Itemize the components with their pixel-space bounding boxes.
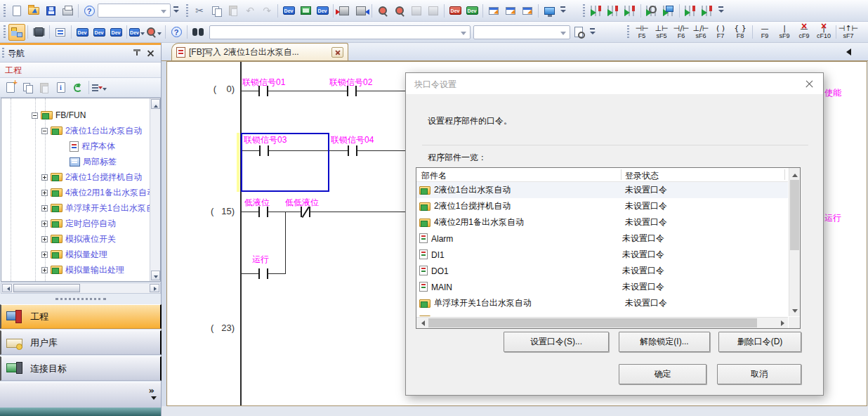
refresh-tree-button[interactable] (70, 79, 86, 96)
tab-scroll-left-button[interactable] (843, 48, 851, 56)
ladder-delete-horizontal-line-button[interactable]: ×—cF9 (794, 22, 814, 41)
save-project-button[interactable] (42, 2, 59, 19)
collapse-icon[interactable] (41, 128, 48, 134)
read-from-plc-button[interactable] (353, 2, 369, 19)
project-data-combobox[interactable] (98, 4, 171, 18)
tree-item-fb-4[interactable]: 定时启停自动 (41, 216, 116, 230)
column-divider[interactable] (621, 169, 622, 180)
copy-data-button[interactable] (19, 79, 36, 96)
set-password-button[interactable]: 设置口令(S)... (504, 332, 609, 352)
tree-item-fb-2[interactable]: 4液位2用1备出水泵自动 (41, 186, 150, 200)
scrollbar-thumb[interactable] (790, 180, 799, 250)
window-tile-button[interactable] (502, 2, 519, 19)
scroll-right-arrow[interactable] (150, 284, 159, 292)
component-row[interactable]: Alarm 未设置口令 (416, 230, 788, 247)
open-contact[interactable] (348, 145, 357, 156)
toolbar-grip[interactable] (583, 4, 585, 18)
component-row[interactable]: DO1 未设置口令 (416, 263, 788, 279)
scroll-down-arrow[interactable] (151, 271, 160, 280)
toolbar-grip[interactable] (4, 25, 6, 39)
tab-close-button[interactable] (331, 47, 343, 58)
component-row[interactable]: 4液位2用1备出水泵自动 未设置口令 (416, 214, 788, 230)
ladder-horizontal-line-button[interactable]: —F9 (755, 22, 775, 41)
open-contact[interactable] (258, 268, 268, 279)
expand-icon[interactable] (41, 205, 48, 212)
tree-item-fb-5[interactable]: 模拟液位开关 (41, 232, 116, 246)
scroll-up-arrow[interactable] (789, 168, 800, 179)
nav-button-project[interactable]: 工程 (0, 304, 162, 329)
new-data-button[interactable] (2, 79, 19, 96)
verify-with-plc-button[interactable] (374, 2, 391, 19)
cancel-button[interactable]: 取消 (717, 364, 801, 384)
scroll-right-arrow[interactable] (777, 318, 788, 328)
find-target-combobox[interactable] (473, 25, 570, 39)
close-panel-button[interactable] (145, 48, 157, 59)
toolbar-overflow-button[interactable] (717, 4, 725, 18)
write-to-plc-button[interactable] (336, 2, 353, 19)
open-contact[interactable] (347, 86, 357, 96)
ladder-vertical-line-button[interactable]: |sF9 (775, 22, 794, 41)
watch-window-button[interactable] (660, 2, 677, 19)
ladder-closed-contact-button[interactable]: ⊣/⊢F6 (671, 22, 691, 41)
expand-icon[interactable] (41, 236, 48, 242)
list-header[interactable]: 部件名 登录状态 (416, 168, 788, 182)
closed-contact[interactable] (301, 207, 310, 217)
diagnostics-button[interactable] (408, 2, 425, 19)
system-monitor-button[interactable] (425, 2, 442, 19)
tree-item-fb-7[interactable]: 模拟量输出处理 (41, 263, 124, 277)
open-project-button[interactable] (25, 2, 42, 19)
more-buttons-chev[interactable] (149, 386, 154, 395)
device-comment-green-button[interactable] (463, 2, 480, 19)
device-comment-display-button[interactable] (74, 24, 91, 41)
device-tree-button[interactable] (107, 24, 124, 41)
ok-button[interactable]: 确定 (619, 364, 706, 384)
toolbar-grip[interactable] (4, 4, 6, 18)
ladder-parallel-open-contact-button[interactable]: ⊥⊢sF5 (652, 22, 671, 41)
device-memory-button[interactable] (314, 2, 331, 19)
navigation-window-toggle-button[interactable] (8, 24, 25, 41)
tree-item-fb-fun[interactable]: FB/FUN (32, 108, 86, 122)
monitor-stop-condition-button[interactable] (699, 2, 716, 19)
toolbar-grip[interactable] (186, 4, 188, 18)
window-arrange-button[interactable] (519, 2, 536, 19)
pin-panel-button[interactable] (131, 48, 143, 59)
find-combobox[interactable] (209, 25, 471, 39)
ladder-parallel-closed-contact-button[interactable]: ⊥/⊢sF6 (691, 22, 711, 41)
collapse-icon[interactable] (32, 112, 38, 119)
expand-icon[interactable] (41, 174, 48, 181)
paste-button[interactable] (225, 2, 242, 19)
toolbar-grip[interactable] (627, 25, 629, 39)
find-in-page-button[interactable] (570, 24, 587, 41)
panel-splitter[interactable] (0, 294, 161, 304)
component-row-partial[interactable] (416, 311, 788, 316)
unlock-button[interactable]: 解除锁定(I)... (619, 332, 710, 352)
data-property-button[interactable] (53, 79, 70, 96)
device-comment-red-button[interactable] (447, 2, 463, 19)
tab-fb-ladder-editor[interactable]: [FB]写入 2液位1台出水泵自... (171, 43, 348, 60)
column-header-status[interactable]: 登录状态 (625, 170, 659, 182)
tree-item-fb-6[interactable]: 模拟量处理 (41, 247, 107, 261)
device-comment-button[interactable] (280, 2, 297, 19)
list-vertical-scrollbar[interactable] (789, 168, 800, 316)
device-display-mode-button[interactable] (129, 24, 146, 41)
monitor-mode-button[interactable] (541, 2, 558, 19)
nav-button-connection-destination[interactable]: 连接目标 (0, 356, 162, 381)
element-selection-button[interactable] (30, 24, 47, 41)
cut-button[interactable]: ✂ (191, 2, 208, 19)
remote-operation-button[interactable] (391, 2, 408, 19)
column-header-name[interactable]: 部件名 (421, 170, 447, 182)
find-button[interactable] (190, 24, 206, 41)
new-project-button[interactable] (8, 2, 25, 19)
paste-data-button[interactable] (36, 79, 53, 96)
parameter-setting-button[interactable] (297, 2, 314, 19)
monitor-condition-button[interactable] (682, 2, 699, 19)
pulse-monitor-button[interactable] (622, 2, 638, 19)
component-row[interactable]: 单浮球开关1台出水泵自动 未设置口令 (416, 295, 788, 311)
tree-item-fb-1[interactable]: 2液位1台搅拌机自动 (41, 170, 142, 184)
ladder-open-contact-button[interactable]: ⊣⊢F5 (632, 22, 652, 41)
print-button[interactable] (59, 2, 76, 19)
device-find-button[interactable] (146, 24, 163, 41)
component-row[interactable]: DI1 未设置口令 (416, 247, 788, 263)
expand-icon[interactable] (41, 221, 48, 227)
column-divider[interactable] (784, 169, 785, 180)
